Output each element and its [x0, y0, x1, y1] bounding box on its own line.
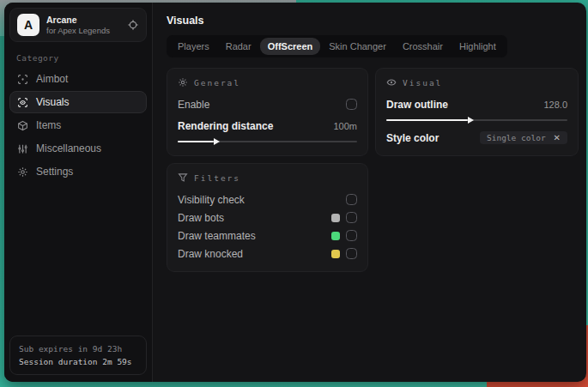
aimbot-crosshair-icon: [17, 74, 28, 85]
eye-icon: [386, 77, 397, 88]
app-subtitle: for Apex Legends: [46, 26, 120, 36]
app-titles: Arcane for Apex Legends: [46, 15, 120, 36]
gear-icon: [17, 166, 28, 178]
sub-expires-text: Sub expires in 9d 23h: [19, 342, 137, 355]
crosshair-target-icon[interactable]: [127, 19, 139, 31]
style-color-row: Style color Single color ✕: [386, 129, 567, 147]
rendering-distance-row: Rendering distance 100m: [178, 117, 357, 135]
draw-teammates-checkbox[interactable]: [346, 230, 357, 241]
tab-offscreen[interactable]: OffScreen: [260, 38, 321, 55]
tab-radar[interactable]: Radar: [218, 38, 259, 55]
tab-skin-changer[interactable]: Skin Changer: [321, 38, 394, 55]
style-color-label: Style color: [386, 132, 439, 144]
sidebar-item-miscellaneous[interactable]: Miscellaneous: [9, 137, 147, 160]
sidebar-item-label: Aimbot: [36, 73, 68, 85]
filter-row-visibility-check: Visibility check: [178, 190, 357, 209]
subscription-info-card: Sub expires in 9d 23h Session duration 2…: [9, 336, 147, 375]
tab-players[interactable]: Players: [170, 38, 217, 55]
filters-panel-title: Filters: [194, 173, 240, 183]
page-title: Visuals: [167, 15, 579, 27]
filter-label: Draw bots: [178, 212, 224, 224]
visual-panel: Visual Draw outline 128.0 Style color Si…: [375, 68, 579, 156]
general-gear-icon: [178, 77, 188, 88]
rendering-distance-slider[interactable]: [178, 138, 357, 145]
draw-bots-checkbox[interactable]: [346, 212, 357, 223]
scan-eye-icon: [17, 97, 28, 108]
filter-row-draw-teammates: Draw teammates: [178, 227, 357, 245]
sliders-icon: [17, 143, 28, 154]
draw-knocked-checkbox[interactable]: [346, 248, 357, 259]
clear-icon[interactable]: ✕: [554, 133, 561, 142]
enable-checkbox[interactable]: [346, 99, 357, 110]
filter-label: Visibility check: [178, 194, 245, 206]
filters-panel-header: Filters: [178, 172, 357, 183]
draw-bots-color-swatch[interactable]: [331, 214, 340, 222]
package-icon: [17, 120, 28, 131]
filter-row-draw-bots: Draw bots: [178, 209, 357, 227]
style-color-value: Single color: [487, 133, 546, 142]
sidebar-item-label: Settings: [36, 166, 73, 178]
tab-crosshair[interactable]: Crosshair: [395, 38, 451, 55]
draw-outline-slider[interactable]: [386, 117, 567, 124]
general-panel: General Enable Rendering distance 100m: [167, 68, 368, 156]
sidebar: A Arcane for Apex Legends Category Aimbo: [4, 3, 153, 382]
filter-label: Draw teammates: [178, 230, 256, 242]
sidebar-item-label: Items: [36, 119, 61, 131]
sidebar-item-label: Miscellaneous: [36, 142, 101, 154]
category-label: Category: [16, 53, 152, 63]
draw-outline-row: Draw outline 128.0: [386, 95, 567, 113]
tab-highlight[interactable]: Highlight: [452, 38, 504, 55]
visual-panel-title: Visual: [403, 78, 442, 88]
draw-outline-label: Draw outline: [386, 99, 448, 111]
visibility-check-checkbox[interactable]: [346, 194, 357, 205]
sidebar-item-settings[interactable]: Settings: [9, 160, 147, 183]
app-header-card: A Arcane for Apex Legends: [9, 8, 147, 42]
draw-outline-value: 128.0: [543, 100, 567, 110]
tab-strip: Players Radar OffScreen Skin Changer Cro…: [167, 35, 507, 57]
filters-panel: Filters Visibility check Draw bots: [167, 163, 368, 272]
style-color-select[interactable]: Single color ✕: [480, 131, 567, 144]
sidebar-item-label: Visuals: [36, 96, 69, 108]
funnel-icon: [178, 172, 188, 183]
filter-label: Draw knocked: [178, 248, 243, 260]
general-panel-header: General: [178, 77, 357, 88]
filter-row-draw-knocked: Draw knocked: [178, 245, 357, 263]
app-name: Arcane: [46, 15, 120, 26]
draw-knocked-color-swatch[interactable]: [331, 250, 340, 258]
rendering-distance-label: Rendering distance: [178, 120, 273, 132]
main-content: Visuals Players Radar OffScreen Skin Cha…: [153, 3, 586, 382]
enable-label: Enable: [178, 99, 209, 111]
app-window: A Arcane for Apex Legends Category Aimbo: [4, 3, 586, 382]
sidebar-item-aimbot[interactable]: Aimbot: [9, 68, 147, 90]
sidebar-item-visuals[interactable]: Visuals: [9, 91, 147, 113]
slider-fill: [386, 119, 468, 121]
rendering-distance-value: 100m: [333, 121, 357, 131]
visual-panel-header: Visual: [386, 77, 567, 88]
general-panel-title: General: [194, 78, 240, 88]
enable-row: Enable: [178, 95, 357, 113]
draw-teammates-color-swatch[interactable]: [331, 232, 340, 240]
app-logo: A: [17, 14, 39, 36]
slider-fill: [178, 141, 214, 142]
panels-area: General Enable Rendering distance 100m: [167, 68, 579, 272]
session-duration-text: Session duration 2m 59s: [19, 355, 137, 368]
sidebar-item-items[interactable]: Items: [9, 114, 147, 136]
